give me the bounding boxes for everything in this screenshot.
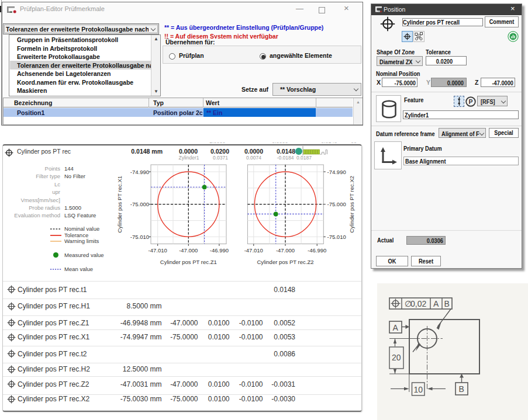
- svg-text:A: A: [393, 323, 399, 332]
- svg-text:A: A: [433, 299, 439, 308]
- svg-text:B: B: [459, 384, 464, 394]
- svg-text:20: 20: [392, 353, 401, 362]
- svg-text:P: P: [468, 98, 472, 105]
- svg-text:B: B: [444, 299, 450, 308]
- svg-text:0,02: 0,02: [410, 299, 426, 308]
- svg-text:10: 10: [414, 385, 423, 394]
